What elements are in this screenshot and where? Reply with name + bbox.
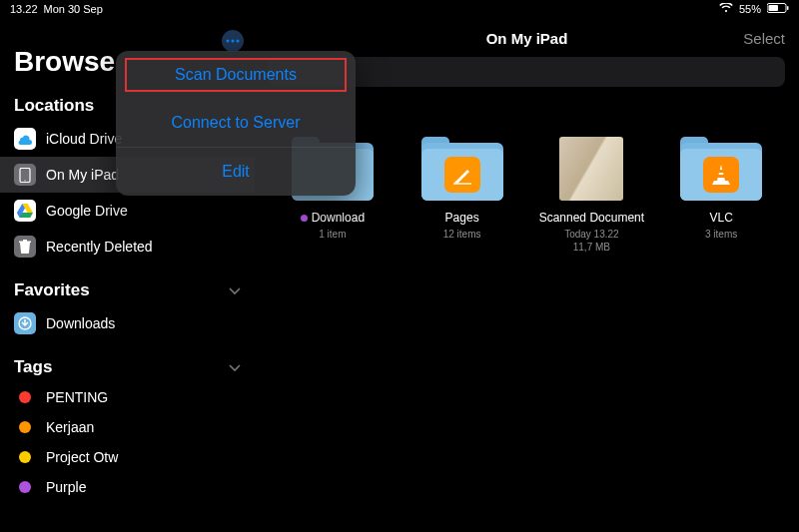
tag-dot-icon bbox=[19, 481, 31, 493]
tags-section: Tags PENTING Kerjaan Project Otw Purple bbox=[0, 357, 255, 502]
svg-point-5 bbox=[237, 40, 240, 43]
tag-row[interactable]: PENTING bbox=[0, 382, 255, 412]
more-button[interactable] bbox=[222, 30, 244, 52]
pages-app-icon bbox=[444, 157, 480, 193]
svg-point-7 bbox=[24, 180, 25, 181]
favorites-section: Favorites Downloads bbox=[0, 280, 255, 341]
svg-rect-1 bbox=[769, 5, 779, 11]
popover-edit[interactable]: Edit bbox=[116, 148, 356, 196]
tag-label: PENTING bbox=[46, 389, 108, 405]
tag-row[interactable]: Kerjaan bbox=[0, 412, 255, 442]
wifi-icon bbox=[719, 3, 733, 15]
tag-label: Project Otw bbox=[46, 449, 118, 465]
folder-pages[interactable]: Pages 12 items bbox=[408, 137, 516, 254]
ipad-icon bbox=[14, 164, 36, 186]
folder-vlc[interactable]: VLC 3 items bbox=[667, 137, 775, 254]
tags-title: Tags bbox=[14, 357, 52, 377]
location-label: iCloud Drive bbox=[46, 131, 122, 147]
select-button[interactable]: Select bbox=[743, 30, 785, 47]
tag-row[interactable]: Purple bbox=[0, 472, 255, 502]
popover-scan-documents[interactable]: Scan Documents bbox=[121, 54, 351, 96]
tag-label: Kerjaan bbox=[46, 419, 94, 435]
folder-meta: 1 item bbox=[319, 228, 346, 241]
folder-name: VLC bbox=[709, 211, 732, 225]
folder-meta: 3 items bbox=[705, 228, 737, 241]
folder-name: Pages bbox=[445, 211, 479, 225]
folder-icon bbox=[421, 137, 503, 201]
svg-point-4 bbox=[232, 40, 235, 43]
location-label: On My iPad bbox=[46, 167, 119, 183]
browse-title: Browse bbox=[14, 46, 115, 78]
battery-icon bbox=[767, 3, 789, 15]
favorites-title: Favorites bbox=[14, 280, 90, 300]
folder-name: Download bbox=[301, 211, 365, 225]
favorite-label: Downloads bbox=[46, 315, 115, 331]
status-bar: 13.22 Mon 30 Sep 55% bbox=[0, 0, 799, 18]
status-time: 13.22 bbox=[10, 3, 38, 15]
trash-icon bbox=[14, 236, 36, 258]
tag-label: Purple bbox=[46, 479, 86, 495]
folder-meta: 12 items bbox=[443, 228, 481, 241]
tag-dot-icon bbox=[19, 451, 31, 463]
icloud-icon bbox=[14, 128, 36, 150]
tag-dot-icon bbox=[19, 391, 31, 403]
tag-row[interactable]: Project Otw bbox=[0, 442, 255, 472]
vlc-app-icon bbox=[703, 157, 739, 193]
svg-rect-10 bbox=[719, 170, 723, 173]
folder-icon bbox=[14, 312, 36, 334]
chevron-down-icon[interactable] bbox=[229, 360, 241, 375]
svg-rect-2 bbox=[787, 6, 789, 10]
svg-rect-11 bbox=[718, 175, 724, 178]
status-date: Mon 30 Sep bbox=[44, 3, 103, 15]
folder-icon bbox=[680, 137, 762, 201]
scanned-document[interactable]: Scanned Document Today 13.2211,7 MB bbox=[538, 137, 646, 254]
location-label: Recently Deleted bbox=[46, 239, 153, 255]
folder-meta: Today 13.2211,7 MB bbox=[564, 228, 619, 254]
location-label: Google Drive bbox=[46, 203, 128, 219]
tag-dot-icon bbox=[301, 215, 308, 222]
location-trash[interactable]: Recently Deleted bbox=[0, 229, 255, 265]
actions-popover: Scan Documents Connect to Server Edit bbox=[116, 51, 356, 196]
battery-percent: 55% bbox=[739, 3, 761, 15]
document-thumbnail-icon bbox=[559, 137, 623, 201]
gdrive-icon bbox=[14, 200, 36, 222]
tag-dot-icon bbox=[19, 421, 31, 433]
main-title: On My iPad bbox=[486, 30, 568, 47]
chevron-down-icon[interactable] bbox=[229, 283, 241, 298]
popover-connect-server[interactable]: Connect to Server bbox=[116, 99, 356, 148]
locations-title: Locations bbox=[14, 96, 94, 116]
folder-name: Scanned Document bbox=[539, 211, 644, 225]
location-gdrive[interactable]: Google Drive bbox=[0, 193, 255, 229]
favorite-downloads[interactable]: Downloads bbox=[0, 305, 255, 341]
svg-point-3 bbox=[227, 40, 230, 43]
